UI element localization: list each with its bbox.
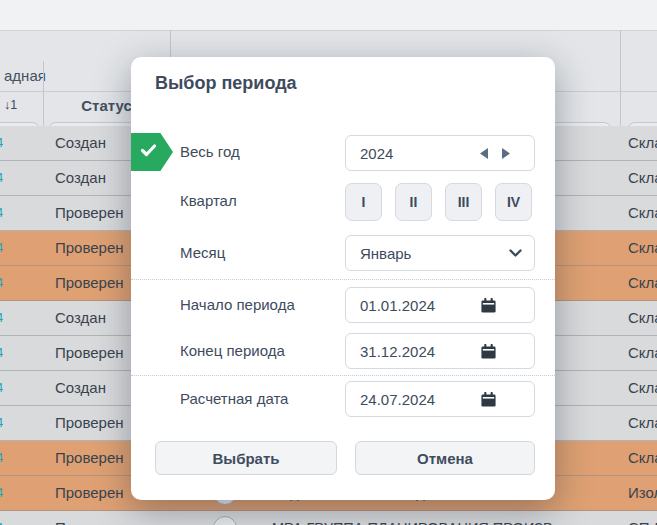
status-cell: Проверен (55, 239, 124, 256)
warehouse-cell: Скла (628, 309, 657, 326)
sort-indicator[interactable]: ↓1 (4, 98, 17, 112)
section-divider (131, 279, 555, 280)
status-cell: Проверен (55, 519, 124, 525)
warehouse-cell: Скла (628, 169, 657, 186)
whole-year-selected-badge[interactable] (131, 133, 173, 171)
period-start-input[interactable] (346, 297, 480, 314)
warehouse-cell: Изол. (628, 484, 657, 501)
select-button[interactable]: Выбрать (155, 441, 337, 475)
status-cell: Проверен (55, 344, 124, 361)
department-cell: МРА ГРУППА ПЛАНИРОВАНИЯ ПРОИЗВ (272, 520, 553, 525)
year-prev-icon[interactable] (480, 148, 488, 159)
month-value: Январь (346, 245, 509, 262)
period-select-dialog: Выбор периода Весь год Квартал I II III … (131, 57, 555, 500)
quarter-2-button[interactable]: II (395, 183, 432, 221)
calc-date-field[interactable] (345, 381, 535, 417)
period-start-field[interactable] (345, 287, 535, 323)
cancel-button[interactable]: Отмена (355, 441, 535, 475)
month-label: Месяц (180, 244, 225, 261)
warehouse-cell: Скла (628, 239, 657, 256)
calendar-icon[interactable] (480, 343, 508, 360)
dialog-title: Выбор периода (155, 73, 297, 94)
calc-date-input[interactable] (346, 391, 480, 408)
quarter-3-button[interactable]: III (445, 183, 482, 221)
posting-icon[interactable]: ↑ (213, 516, 237, 525)
status-cell: Проверен (55, 484, 124, 501)
period-end-input[interactable] (346, 343, 480, 360)
status-cell: Создан (55, 169, 106, 186)
year-stepper[interactable] (345, 135, 535, 171)
status-cell: Проверен (55, 204, 124, 221)
chevron-down-icon (509, 249, 534, 257)
warehouse-cell: Скла (628, 204, 657, 221)
status-cell: Создан (55, 134, 106, 151)
quarter-label: Квартал (180, 192, 237, 209)
warehouse-cell: Скла (628, 379, 657, 396)
calendar-icon[interactable] (480, 391, 508, 408)
section-divider (131, 375, 555, 376)
warehouse-cell: Скла (628, 134, 657, 151)
status-cell: Проверен (55, 274, 124, 291)
group-header-left: адная (4, 67, 46, 84)
month-select[interactable]: Январь (345, 235, 535, 271)
warehouse-cell: СП-М (628, 519, 657, 525)
status-cell: Создан (55, 309, 106, 326)
table-row[interactable]: Проверен ↑ МРА ГРУППА ПЛАНИРОВАНИЯ ПРОИЗ… (0, 511, 657, 525)
period-end-field[interactable] (345, 333, 535, 369)
period-end-label: Конец периода (180, 342, 285, 359)
period-start-label: Начало периода (180, 296, 295, 313)
calendar-icon[interactable] (480, 297, 508, 314)
year-label: Весь год (180, 143, 240, 160)
warehouse-cell: Скла (628, 274, 657, 291)
check-icon (140, 143, 157, 162)
warehouse-cell: Скла (628, 344, 657, 361)
warehouse-cell: Скла (628, 414, 657, 431)
quarter-4-button[interactable]: IV (495, 183, 532, 221)
status-cell: Проверен (55, 414, 124, 431)
warehouse-cell: Скла (628, 449, 657, 466)
status-cell: Создан (55, 379, 106, 396)
status-cell: Проверен (55, 449, 124, 466)
quarter-button-group: I II III IV (345, 183, 535, 221)
year-next-icon[interactable] (502, 148, 510, 159)
quarter-1-button[interactable]: I (345, 183, 382, 221)
calc-date-label: Расчетная дата (180, 390, 288, 407)
year-input[interactable] (346, 145, 480, 162)
